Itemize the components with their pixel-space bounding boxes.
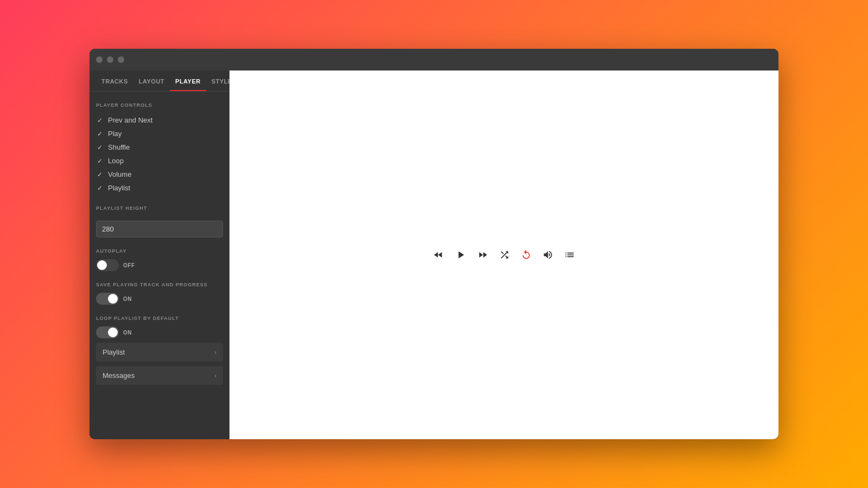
playlist-height-input[interactable] (96, 221, 223, 237)
checkbox-play[interactable]: ✓ Play (96, 127, 223, 140)
autoplay-knob (97, 260, 107, 270)
play-icon (455, 249, 467, 261)
autoplay-toggle[interactable] (96, 259, 119, 271)
player-controls-label: PLAYER CONTROLS (96, 102, 223, 108)
playlist-expandable-label: Playlist (103, 348, 125, 356)
check-icon-shuffle: ✓ (96, 144, 104, 151)
checkbox-shuffle[interactable]: ✓ Shuffle (96, 140, 223, 154)
shuffle-icon (499, 249, 510, 260)
messages-expandable[interactable]: Messages › (96, 366, 223, 385)
app-window: TRACKS LAYOUT PLAYER STYLE PLAYER CONTRO… (90, 49, 778, 439)
loop-icon (521, 249, 532, 260)
loop-playlist-label: LOOP PLAYLIST BY DEFAULT (96, 316, 223, 321)
minimize-button[interactable] (107, 56, 113, 63)
playlist-height-section: PLAYLIST HEIGHT (96, 206, 223, 237)
messages-expandable-label: Messages (103, 371, 135, 380)
playlist-icon (564, 249, 575, 260)
tab-bar: TRACKS LAYOUT PLAYER STYLE (90, 70, 229, 92)
window-body: TRACKS LAYOUT PLAYER STYLE PLAYER CONTRO… (90, 70, 778, 439)
autoplay-label: AUTOPLAY (96, 248, 223, 254)
loop-button[interactable] (521, 249, 532, 260)
tab-layout[interactable]: LAYOUT (133, 70, 170, 91)
save-playing-knob (108, 294, 118, 304)
check-icon-loop: ✓ (96, 157, 104, 165)
rewind-icon (433, 249, 444, 260)
label-volume: Volume (108, 170, 131, 178)
playlist-height-label: PLAYLIST HEIGHT (96, 206, 223, 211)
label-shuffle: Shuffle (108, 143, 130, 151)
save-playing-section: SAVE PLAYING TRACK AND PROGRESS ON (96, 282, 223, 305)
checkbox-volume[interactable]: ✓ Volume (96, 168, 223, 181)
check-icon-playlist: ✓ (96, 184, 104, 192)
autoplay-state-label: OFF (123, 262, 135, 268)
play-button[interactable] (455, 249, 467, 261)
label-prev-next: Prev and Next (108, 116, 152, 124)
playlist-list-button[interactable] (564, 249, 575, 260)
sidebar-content: PLAYER CONTROLS ✓ Prev and Next ✓ Play ✓… (90, 92, 229, 439)
maximize-button[interactable] (118, 56, 124, 63)
loop-playlist-toggle[interactable] (96, 326, 119, 338)
player-controls-bar (433, 249, 575, 261)
autoplay-row: OFF (96, 259, 223, 271)
label-playlist: Playlist (108, 184, 130, 192)
loop-playlist-row: ON (96, 326, 223, 338)
save-playing-toggle[interactable] (96, 293, 119, 305)
tab-tracks[interactable]: TRACKS (96, 70, 133, 91)
save-playing-state-label: ON (123, 296, 132, 302)
shuffle-button[interactable] (499, 249, 510, 260)
save-playing-label: SAVE PLAYING TRACK AND PROGRESS (96, 282, 223, 287)
check-icon-prev-next: ✓ (96, 117, 104, 124)
tab-style[interactable]: STYLE (206, 70, 229, 91)
loop-playlist-knob (108, 328, 118, 337)
sidebar: TRACKS LAYOUT PLAYER STYLE PLAYER CONTRO… (90, 70, 229, 439)
playlist-expandable[interactable]: Playlist › (96, 343, 223, 362)
checkbox-loop[interactable]: ✓ Loop (96, 154, 223, 168)
save-playing-row: ON (96, 293, 223, 305)
checkbox-playlist[interactable]: ✓ Playlist (96, 181, 223, 195)
tab-player[interactable]: PLAYER (170, 70, 206, 91)
volume-button[interactable] (542, 249, 553, 260)
messages-chevron-icon: › (214, 372, 216, 380)
main-content (229, 70, 778, 439)
close-button[interactable] (96, 56, 103, 63)
loop-playlist-section: LOOP PLAYLIST BY DEFAULT ON (96, 316, 223, 338)
fast-forward-button[interactable] (477, 249, 488, 260)
loop-playlist-state-label: ON (123, 330, 132, 336)
check-icon-volume: ✓ (96, 171, 104, 178)
playlist-chevron-icon: › (214, 349, 216, 356)
label-play: Play (108, 130, 122, 138)
check-icon-play: ✓ (96, 130, 104, 138)
label-loop: Loop (108, 157, 124, 165)
titlebar (90, 49, 778, 70)
checkbox-prev-next[interactable]: ✓ Prev and Next (96, 113, 223, 127)
fast-forward-icon (477, 249, 488, 260)
volume-icon (542, 249, 553, 260)
rewind-button[interactable] (433, 249, 444, 260)
traffic-lights (96, 56, 124, 63)
autoplay-section: AUTOPLAY OFF (96, 248, 223, 271)
